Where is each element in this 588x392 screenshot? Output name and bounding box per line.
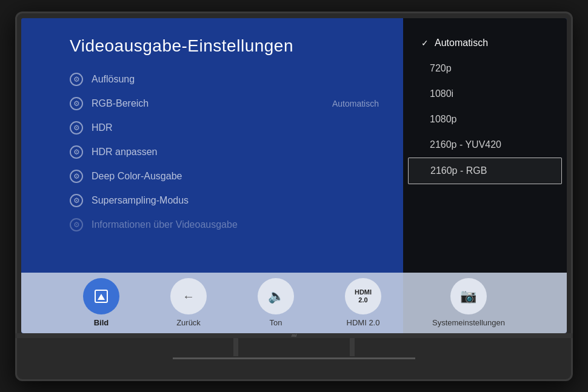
- menu-item-rgb[interactable]: RGB-Bereich Automatisch: [70, 97, 379, 110]
- floor-line: [173, 357, 415, 359]
- svg-marker-1: [98, 294, 105, 300]
- bottom-label-ton: Ton: [270, 318, 282, 327]
- stand-leg-left: [233, 338, 238, 356]
- page-title: Videoausgabe-Einstellungen: [70, 36, 379, 56]
- menu-icon-supersampling: [70, 194, 83, 207]
- bottom-item-ton[interactable]: 🔈 Ton: [258, 278, 294, 327]
- dropdown-label-1080i: 1080i: [430, 88, 453, 99]
- menu-label-hdr-anpassen: HDR anpassen: [92, 147, 158, 158]
- bottom-item-hdmi[interactable]: HDMI 2.0 HDMI 2.0: [345, 278, 381, 327]
- menu-item-supersampling[interactable]: Supersampling-Modus: [70, 194, 379, 207]
- tv-frame: Videoausgabe-Einstellungen Auflösung RGB…: [15, 12, 573, 381]
- menu-icon-rgb: [70, 97, 83, 110]
- bottom-item-zurueck[interactable]: ← Zurück: [170, 278, 207, 327]
- bottom-label-zurueck: Zurück: [176, 318, 201, 327]
- bottom-label-system: Systemeinstellungen: [432, 318, 505, 327]
- menu-value-rgb: Automatisch: [332, 99, 379, 108]
- bottom-icon-zurueck: ←: [170, 278, 207, 314]
- menu-icon-deep-color: [70, 170, 83, 183]
- menu-label-supersampling: Supersampling-Modus: [92, 195, 189, 206]
- dropdown-option-2160p-rgb[interactable]: 2160p - RGB: [408, 158, 562, 184]
- tv-screen: Videoausgabe-Einstellungen Auflösung RGB…: [21, 18, 567, 333]
- bottom-icon-bild: [83, 278, 119, 314]
- menu-icon-info: [70, 218, 83, 231]
- tv-bottom-bar: mi: [15, 333, 573, 338]
- menu-item-hdr-anpassen[interactable]: HDR anpassen: [70, 145, 379, 159]
- bottom-item-system[interactable]: 📷 Systemeinstellungen: [432, 278, 505, 327]
- mi-logo: mi: [288, 333, 300, 338]
- dropdown-label-1080p: 1080p: [430, 114, 457, 125]
- menu-icon-aufloesung: [70, 73, 83, 86]
- bottom-icon-system: 📷: [450, 278, 487, 314]
- menu-item-deep-color[interactable]: Deep Color-Ausgabe: [70, 170, 379, 183]
- bottom-label-hdmi: HDMI 2.0: [347, 318, 380, 327]
- menu-label-hdr: HDR: [92, 122, 113, 133]
- menu-item-info[interactable]: Informationen über Videoausgabe: [70, 218, 379, 231]
- bottom-bar: Bild ← Zurück 🔈 Ton HDMI 2.0: [21, 273, 567, 333]
- menu-label-aufloesung: Auflösung: [92, 74, 135, 85]
- dropdown-option-1080i[interactable]: 1080i: [403, 81, 567, 107]
- bottom-item-bild[interactable]: Bild: [83, 278, 119, 327]
- menu-label-rgb: RGB-Bereich: [92, 98, 149, 109]
- dropdown-label-2160p-yuv420: 2160p - YUV420: [430, 139, 501, 150]
- bottom-icon-hdmi: HDMI 2.0: [345, 278, 381, 314]
- menu-icon-hdr-anpassen: [70, 145, 83, 159]
- dropdown-label-2160p-rgb: 2160p - RGB: [430, 165, 487, 176]
- menu-item-hdr[interactable]: HDR: [70, 121, 379, 135]
- dropdown-label-720p: 720p: [430, 63, 452, 74]
- bottom-icon-ton: 🔈: [258, 278, 294, 314]
- tv-stands: [233, 338, 355, 356]
- menu-label-info: Informationen über Videoausgabe: [92, 219, 238, 230]
- stand-leg-right: [350, 338, 355, 356]
- menu-label-deep-color: Deep Color-Ausgabe: [92, 171, 182, 182]
- dropdown-label-automatisch: Automatisch: [435, 38, 488, 48]
- menu-list: Auflösung RGB-Bereich Automatisch HDR HD…: [70, 73, 379, 231]
- menu-item-aufloesung[interactable]: Auflösung: [70, 73, 379, 86]
- dropdown-option-2160p-yuv420[interactable]: 2160p - YUV420: [403, 132, 567, 158]
- mi-text: mi: [292, 333, 296, 337]
- dropdown-option-720p[interactable]: 720p: [403, 56, 567, 81]
- bottom-label-bild: Bild: [94, 318, 109, 327]
- dropdown-option-1080p[interactable]: 1080p: [403, 107, 567, 132]
- hdmi-icon-label: HDMI 2.0: [355, 288, 372, 304]
- dropdown-option-automatisch[interactable]: Automatisch: [403, 30, 567, 56]
- menu-icon-hdr: [70, 121, 83, 135]
